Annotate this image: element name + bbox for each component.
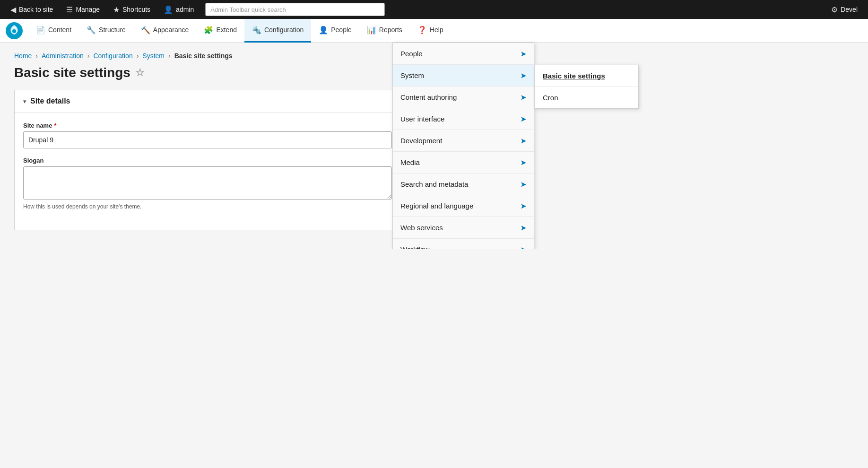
site-name-label: Site name * [23, 122, 393, 129]
site-name-input[interactable] [23, 131, 392, 148]
chevron-icon: ➤ [521, 224, 526, 232]
gear-icon: ⚙ [831, 5, 838, 14]
main-nav: 📄 Content 🔧 Structure 🔨 Appearance 🧩 Ext… [0, 19, 868, 43]
manage-button[interactable]: ☰ Manage [60, 0, 106, 19]
breadcrumb-system[interactable]: System [142, 52, 165, 60]
sub-item-cron[interactable]: Cron [535, 87, 638, 108]
slogan-label: Slogan [23, 157, 393, 164]
config-dropdown-media[interactable]: Media ➤ [393, 152, 534, 173]
nav-structure[interactable]: 🔧 Structure [79, 19, 133, 43]
form-section-site-details: ▾ Site details Site name * Slogan How th… [14, 90, 402, 230]
user-icon: 👤 [164, 5, 173, 14]
appearance-icon: 🔨 [141, 26, 150, 35]
sub-item-basic-site-settings[interactable]: Basic site settings [535, 65, 638, 87]
config-dropdown-people[interactable]: People ➤ [393, 43, 534, 65]
nav-appearance[interactable]: 🔨 Appearance [133, 19, 197, 43]
nav-configuration[interactable]: 🔩 Configuration [244, 19, 311, 43]
config-dropdown-web-services[interactable]: Web services ➤ [393, 217, 534, 239]
configuration-icon: 🔩 [252, 26, 261, 35]
reports-icon: 📊 [367, 26, 376, 35]
config-dropdown-regional-language[interactable]: Regional and language ➤ [393, 195, 534, 217]
config-dropdown-content-authoring[interactable]: Content authoring ➤ [393, 87, 534, 108]
config-dropdown-workflow[interactable]: Workflow ➤ [393, 239, 534, 249]
svg-point-1 [12, 29, 16, 33]
section-body: Site name * Slogan How this is used depe… [15, 113, 401, 230]
devel-button[interactable]: ⚙ Devel [825, 0, 864, 19]
nav-extend[interactable]: 🧩 Extend [196, 19, 244, 43]
nav-content[interactable]: 📄 Content [28, 19, 79, 43]
help-icon: ❓ [417, 26, 427, 35]
content-icon: 📄 [36, 26, 45, 35]
favorite-star-icon[interactable]: ☆ [135, 67, 145, 79]
search-input[interactable] [205, 3, 385, 16]
breadcrumb-config[interactable]: Configuration [93, 52, 132, 60]
breadcrumb-home[interactable]: Home [14, 52, 32, 60]
section-title: Site details [30, 97, 70, 105]
admin-toolbar: ◀ Back to site ☰ Manage ★ Shortcuts 👤 ad… [0, 0, 868, 19]
chevron-icon: ➤ [521, 246, 526, 250]
config-dropdown-search-metadata[interactable]: Search and metadata ➤ [393, 173, 534, 195]
toolbar-search-container [205, 3, 385, 16]
drupal-logo [5, 21, 24, 40]
back-to-site-button[interactable]: ◀ Back to site [4, 0, 60, 19]
slogan-hint: How this is used depends on your site's … [23, 203, 393, 210]
breadcrumb-admin[interactable]: Administration [42, 52, 84, 60]
nav-reports[interactable]: 📊 Reports [359, 19, 410, 43]
people-icon: 👤 [319, 26, 328, 35]
back-icon: ◀ [10, 5, 16, 14]
config-dropdown-development[interactable]: Development ➤ [393, 130, 534, 152]
extend-icon: 🧩 [204, 26, 213, 35]
chevron-icon: ➤ [521, 137, 526, 145]
collapse-icon: ▾ [23, 98, 26, 105]
manage-icon: ☰ [66, 5, 73, 14]
config-dropdown: People ➤ System ➤ Basic site settings Cr… [392, 43, 534, 249]
admin-user-button[interactable]: 👤 admin [157, 0, 200, 19]
config-dropdown-user-interface[interactable]: User interface ➤ [393, 108, 534, 130]
chevron-icon: ➤ [521, 72, 526, 79]
nav-help[interactable]: ❓ Help [410, 19, 451, 43]
site-name-group: Site name * [23, 122, 393, 148]
nav-items: 📄 Content 🔧 Structure 🔨 Appearance 🧩 Ext… [28, 19, 451, 42]
structure-icon: 🔧 [87, 26, 96, 35]
section-header[interactable]: ▾ Site details [15, 90, 401, 113]
chevron-icon: ➤ [521, 159, 526, 166]
chevron-icon: ➤ [521, 94, 526, 101]
shortcuts-button[interactable]: ★ Shortcuts [106, 0, 157, 19]
slogan-group: Slogan How this is used depends on your … [23, 157, 393, 210]
star-icon: ★ [113, 5, 120, 14]
nav-people[interactable]: 👤 People [311, 19, 359, 43]
system-sub-dropdown: Basic site settings Cron [535, 65, 639, 109]
chevron-icon: ➤ [521, 50, 526, 58]
chevron-icon: ➤ [521, 115, 526, 123]
slogan-textarea[interactable] [23, 166, 392, 199]
breadcrumb-current: Basic site settings [174, 52, 233, 60]
chevron-icon: ➤ [521, 202, 526, 210]
config-dropdown-system[interactable]: System ➤ Basic site settings Cron [393, 65, 534, 87]
chevron-icon: ➤ [521, 181, 526, 188]
required-marker: * [54, 122, 56, 129]
